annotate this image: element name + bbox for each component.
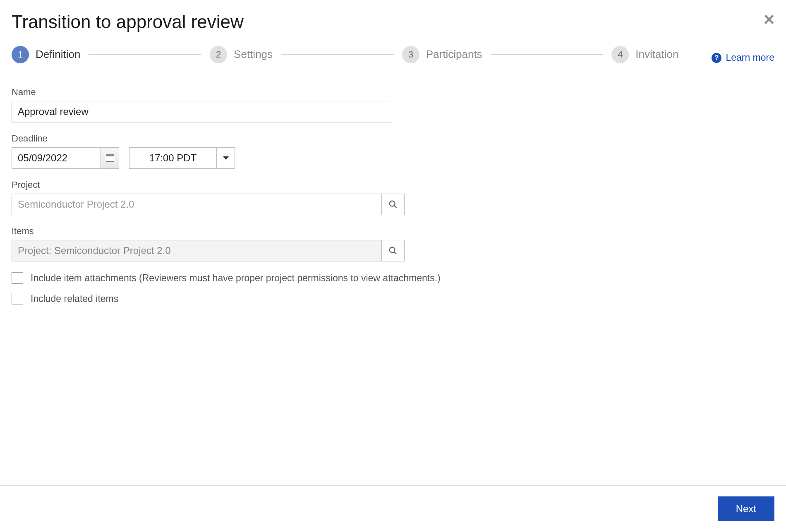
search-icon (388, 246, 398, 255)
deadline-date-field[interactable]: 05/09/2022 (12, 147, 119, 169)
step-number: 2 (210, 46, 227, 63)
include-attachments-checkbox[interactable] (12, 272, 23, 284)
name-label: Name (12, 87, 774, 98)
dialog-title: Transition to approval review (12, 12, 774, 32)
include-related-checkbox[interactable] (12, 293, 23, 304)
learn-more-label: Learn more (726, 52, 774, 63)
step-number: 1 (12, 46, 29, 63)
items-input[interactable] (12, 240, 381, 261)
step-connector (281, 54, 394, 55)
learn-more-link[interactable]: ? Learn more (712, 52, 774, 63)
close-icon[interactable]: ✕ (763, 12, 775, 27)
step-label: Definition (36, 48, 80, 61)
step-participants[interactable]: 3 Participants (402, 46, 482, 63)
step-definition[interactable]: 1 Definition (12, 46, 80, 63)
help-icon: ? (712, 53, 721, 63)
next-button[interactable]: Next (718, 496, 774, 521)
step-label: Participants (426, 48, 482, 61)
step-connector (89, 54, 201, 55)
deadline-time-value[interactable]: 17:00 PDT (129, 148, 216, 168)
svg-point-0 (390, 201, 395, 206)
deadline-label: Deadline (12, 133, 774, 144)
step-label: Invitation (635, 48, 678, 61)
svg-line-3 (394, 252, 397, 254)
time-dropdown-button[interactable] (216, 148, 235, 168)
step-invitation[interactable]: 4 Invitation (611, 46, 678, 63)
svg-point-2 (390, 247, 395, 253)
project-search-button[interactable] (381, 194, 405, 215)
calendar-button[interactable] (101, 148, 119, 168)
chevron-down-icon (223, 156, 229, 160)
search-icon (388, 200, 398, 209)
items-label: Items (12, 226, 774, 237)
step-number: 3 (402, 46, 419, 63)
deadline-date-value[interactable]: 05/09/2022 (12, 148, 101, 168)
step-label: Settings (234, 48, 273, 61)
deadline-time-field[interactable]: 17:00 PDT (129, 147, 235, 169)
step-number: 4 (611, 46, 629, 63)
calendar-icon (106, 154, 114, 162)
step-connector (491, 54, 604, 55)
items-search-button[interactable] (381, 240, 405, 261)
include-attachments-label: Include item attachments (Reviewers must… (31, 273, 441, 284)
project-input[interactable] (12, 194, 381, 215)
name-input[interactable] (12, 101, 392, 122)
project-label: Project (12, 180, 774, 190)
step-settings[interactable]: 2 Settings (210, 46, 273, 63)
wizard-stepper: 1 Definition 2 Settings 3 Participants 4… (12, 46, 678, 63)
svg-line-1 (394, 206, 397, 208)
include-related-label: Include related items (31, 293, 118, 304)
